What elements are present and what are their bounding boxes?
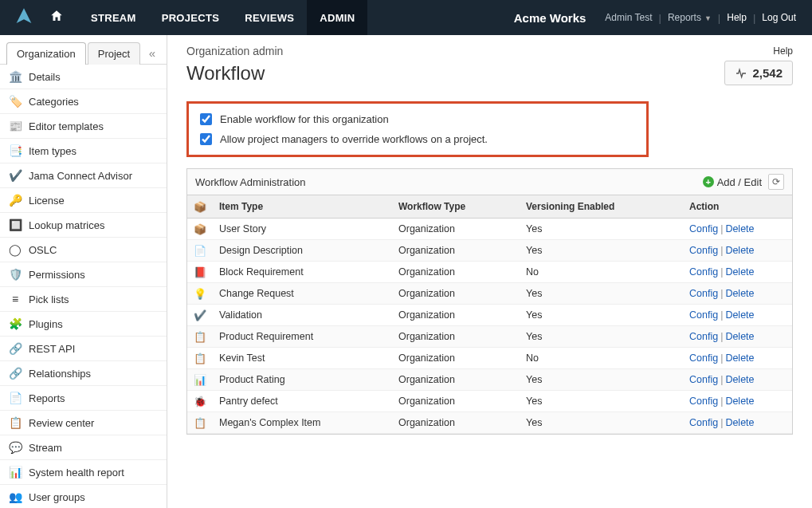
config-link[interactable]: Config xyxy=(689,396,718,407)
sidebar-item-plugins[interactable]: 🧩Plugins xyxy=(0,312,167,337)
table-row[interactable]: 🐞Pantry defectOrganizationYesConfig|Dele… xyxy=(187,391,792,412)
sidebar-item-user-groups[interactable]: 👥User groups xyxy=(0,485,167,508)
delete-link[interactable]: Delete xyxy=(725,331,754,342)
nav-projects[interactable]: PROJECTS xyxy=(149,0,232,35)
cell-action: Config|Delete xyxy=(683,412,792,434)
delete-link[interactable]: Delete xyxy=(725,374,754,385)
sidebar-item-details[interactable]: 🏛️Details xyxy=(0,65,167,89)
org-name: Acme Works xyxy=(514,11,586,25)
cell-versioning: Yes xyxy=(520,219,683,240)
nav-reviews[interactable]: REVIEWS xyxy=(232,0,307,35)
table-row[interactable]: ✔️ValidationOrganizationYesConfig|Delete xyxy=(187,305,792,326)
sidebar-item-pick-lists[interactable]: ≡Pick lists xyxy=(0,287,167,312)
sidebar-tabs: Organization Project « xyxy=(0,35,167,65)
config-link[interactable]: Config xyxy=(689,245,718,256)
cell-versioning: Yes xyxy=(520,391,683,412)
config-link[interactable]: Config xyxy=(689,417,718,428)
delete-link[interactable]: Delete xyxy=(725,266,754,278)
allow-override-row[interactable]: Allow project managers to override workf… xyxy=(200,133,635,145)
sidebar-item-system-health-report[interactable]: 📊System health report xyxy=(0,460,167,485)
delete-link[interactable]: Delete xyxy=(725,223,754,234)
refresh-button[interactable]: ⟳ xyxy=(768,174,784,190)
help-link[interactable]: Help xyxy=(727,12,747,23)
sidebar-item-stream[interactable]: 💬Stream xyxy=(0,435,167,460)
table-row[interactable]: 📋Megan's Complex ItemOrganizationYesConf… xyxy=(187,412,792,434)
add-edit-button[interactable]: + Add / Edit xyxy=(703,176,762,188)
key-icon: 🔑 xyxy=(8,193,22,207)
sidebar-item-jama-connect-advisor[interactable]: ✔️Jama Connect Advisor xyxy=(0,163,167,188)
nav-bar: STREAMPROJECTSREVIEWSADMIN xyxy=(78,0,367,35)
config-link[interactable]: Config xyxy=(689,288,718,299)
pulse-badge[interactable]: 2,542 xyxy=(724,61,793,85)
sidebar-item-license[interactable]: 🔑License xyxy=(0,188,167,213)
sidebar-item-rest-api[interactable]: 🔗REST API xyxy=(0,337,167,361)
enable-workflow-checkbox[interactable] xyxy=(200,113,212,125)
home-icon[interactable] xyxy=(49,9,64,26)
matrix-icon: 🔲 xyxy=(8,218,22,232)
sidebar-item-reports[interactable]: 📄Reports xyxy=(0,386,167,411)
col-action: Action xyxy=(683,195,792,219)
allow-override-checkbox[interactable] xyxy=(200,133,212,145)
config-link[interactable]: Config xyxy=(689,309,718,321)
sidebar-item-label: Plugins xyxy=(29,318,63,330)
allow-override-label: Allow project managers to override workf… xyxy=(220,133,488,145)
workflow-admin-panel: Workflow Administration + Add / Edit ⟳ 📦 xyxy=(186,168,793,435)
sidebar-item-item-types[interactable]: 📑Item types xyxy=(0,139,167,163)
delete-link[interactable]: Delete xyxy=(725,309,754,321)
logout-link[interactable]: Log Out xyxy=(762,12,796,23)
delete-link[interactable]: Delete xyxy=(725,396,754,407)
sidebar-item-label: Details xyxy=(29,71,61,83)
cell-workflow-type: Organization xyxy=(392,369,520,391)
config-link[interactable]: Config xyxy=(689,266,718,278)
table-row[interactable]: 📋Kevin TestOrganizationNoConfig|Delete xyxy=(187,348,792,369)
groups-icon: 👥 xyxy=(8,490,22,504)
delete-link[interactable]: Delete xyxy=(725,288,754,299)
cell-workflow-type: Organization xyxy=(392,240,520,262)
nav-admin[interactable]: ADMIN xyxy=(307,0,367,35)
table-row[interactable]: 📕Block RequirementOrganizationNoConfig|D… xyxy=(187,262,792,283)
cell-workflow-type: Organization xyxy=(392,326,520,348)
config-link[interactable]: Config xyxy=(689,352,718,364)
sidebar-item-editor-templates[interactable]: 📰Editor templates xyxy=(0,114,167,139)
user-name-link[interactable]: Admin Test xyxy=(605,12,652,23)
item-type-icon: 📊 xyxy=(194,373,206,386)
table-row[interactable]: 📄Design DescriptionOrganizationYesConfig… xyxy=(187,240,792,262)
chevron-down-icon: ▼ xyxy=(704,14,712,22)
page-help-link[interactable]: Help xyxy=(773,45,793,57)
reports-dropdown[interactable]: Reports▼ xyxy=(668,12,712,23)
table-row[interactable]: 📦User StoryOrganizationYesConfig|Delete xyxy=(187,219,792,240)
page-title: Workflow xyxy=(186,62,265,85)
config-link[interactable]: Config xyxy=(689,374,718,385)
delete-link[interactable]: Delete xyxy=(725,245,754,256)
col-versioning[interactable]: Versioning Enabled xyxy=(520,195,683,219)
delete-link[interactable]: Delete xyxy=(725,352,754,364)
sidebar-item-relationships[interactable]: 🔗Relationships xyxy=(0,361,167,386)
sidebar-item-oslc[interactable]: ◯OSLC xyxy=(0,238,167,262)
col-workflow-type[interactable]: Workflow Type xyxy=(392,195,520,219)
nav-stream[interactable]: STREAM xyxy=(78,0,149,35)
review-icon: 📋 xyxy=(8,415,22,430)
panel-title: Workflow Administration xyxy=(195,176,305,188)
table-row[interactable]: 💡Change RequestOrganizationYesConfig|Del… xyxy=(187,283,792,305)
table-row[interactable]: 📋Product RequirementOrganizationYesConfi… xyxy=(187,326,792,348)
col-item-type[interactable]: Item Type xyxy=(213,195,392,219)
link-icon: 🔗 xyxy=(8,366,22,380)
enable-workflow-row[interactable]: Enable workflow for this organization xyxy=(200,113,635,125)
sidebar-item-label: Editor templates xyxy=(29,120,104,132)
delete-link[interactable]: Delete xyxy=(725,417,754,428)
table-row[interactable]: 📊Product RatingOrganizationYesConfig|Del… xyxy=(187,369,792,391)
cell-workflow-type: Organization xyxy=(392,219,520,240)
sidebar-item-categories[interactable]: 🏷️Categories xyxy=(0,89,167,114)
config-link[interactable]: Config xyxy=(689,331,718,342)
item-type-icon: 💡 xyxy=(194,287,206,300)
sidebar-item-label: User groups xyxy=(29,491,85,503)
tab-organization[interactable]: Organization xyxy=(6,42,86,65)
collapse-sidebar-icon[interactable]: « xyxy=(144,46,160,60)
tab-project[interactable]: Project xyxy=(88,42,140,65)
sidebar-item-lookup-matrices[interactable]: 🔲Lookup matrices xyxy=(0,213,167,238)
config-link[interactable]: Config xyxy=(689,223,718,234)
sidebar-item-permissions[interactable]: 🛡️Permissions xyxy=(0,262,167,287)
sidebar-item-review-center[interactable]: 📋Review center xyxy=(0,411,167,435)
cell-item-type: Product Requirement xyxy=(213,326,392,348)
cell-action: Config|Delete xyxy=(683,369,792,391)
